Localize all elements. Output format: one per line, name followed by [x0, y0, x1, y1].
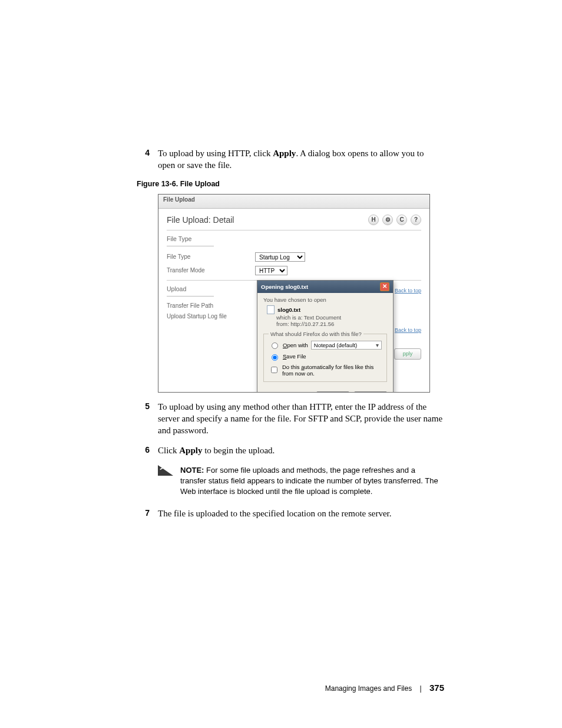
- save-file-radio[interactable]: [272, 354, 278, 361]
- transfer-mode-row: Transfer Mode HTTP: [167, 266, 421, 275]
- cancel-button[interactable]: Cancel: [354, 391, 387, 393]
- step-text: The file is uploaded to the specified lo…: [158, 508, 443, 519]
- print-icon[interactable]: ⚙: [382, 215, 393, 225]
- footer-separator: |: [420, 684, 422, 693]
- note-block: NOTE: For some file uploads and methods,…: [158, 465, 443, 498]
- dialog-from: from: http://10.27.21.56: [276, 321, 387, 327]
- dialog-filename: slog0.txt: [277, 307, 300, 313]
- dialog-which-is: which is a: Text Document: [276, 314, 387, 321]
- dialog-title: Opening slog0.txt: [261, 284, 308, 290]
- file-type-select[interactable]: Startup Log: [255, 252, 305, 262]
- step-number: 5: [137, 401, 150, 412]
- save-icon[interactable]: H: [368, 215, 379, 225]
- file-type-row: File Type Startup Log: [167, 252, 421, 262]
- page-number: 375: [429, 683, 444, 693]
- note-icon: [158, 465, 173, 476]
- help-icon[interactable]: ?: [411, 215, 421, 225]
- ok-button[interactable]: OK: [316, 391, 349, 393]
- download-dialog: Opening slog0.txt ✕ You have chosen to o…: [257, 280, 394, 393]
- note-text: NOTE: For some file uploads and methods,…: [180, 465, 443, 498]
- step-4: 4 To upload by using HTTP, click Apply. …: [137, 147, 443, 172]
- step-5: 5 To upload by using any method other th…: [137, 401, 443, 437]
- dialog-what-should: What should Firefox do with this file?: [269, 331, 363, 337]
- transfer-mode-select[interactable]: HTTP: [255, 266, 287, 275]
- detail-header: File Upload: Detail: [167, 215, 234, 225]
- dialog-chosen-text: You have chosen to open: [263, 297, 387, 303]
- auto-row: Do this automatically for files like thi…: [269, 364, 382, 377]
- back-to-top-link-2[interactable]: Back to top: [395, 327, 421, 333]
- window-title: File Upload: [158, 195, 429, 209]
- step-list: 4 To upload by using HTTP, click Apply. …: [137, 147, 443, 172]
- dialog-buttons: OK Cancel: [257, 388, 393, 393]
- screenshot-figure: File Upload File Upload: Detail H ⚙ C ? …: [158, 194, 430, 393]
- step-6: 6 Click Apply to begin the upload.: [137, 444, 443, 456]
- step-text: To upload by using HTTP, click Apply. A …: [158, 147, 443, 172]
- toolbar-icons: H ⚙ C ?: [368, 215, 421, 225]
- step-7: 7 The file is uploaded to the specified …: [137, 508, 443, 519]
- step-text: To upload by using any method other than…: [158, 401, 443, 437]
- open-with-row: OOpen withpen with Notepad (default) ▾: [269, 341, 382, 350]
- file-type-label: File Type: [167, 253, 255, 260]
- back-to-top-link-1[interactable]: Back to top: [395, 288, 421, 294]
- note-label: NOTE:: [180, 466, 206, 475]
- step-number: 4: [137, 147, 150, 159]
- chevron-down-icon: ▾: [376, 342, 379, 348]
- transfer-file-path-label: Transfer File Path: [167, 302, 255, 309]
- apply-word: Apply: [273, 149, 296, 158]
- apply-button[interactable]: pply: [394, 348, 421, 360]
- save-file-row: Save FileSave File: [269, 353, 382, 361]
- auto-checkbox[interactable]: [271, 367, 277, 373]
- auto-label: Do this automatically for files like thi…: [282, 364, 382, 377]
- file-icon: [267, 305, 275, 314]
- chapter-title: Managing Images and Files: [325, 684, 412, 693]
- detail-header-row: File Upload: Detail H ⚙ C ?: [167, 215, 421, 225]
- open-with-label: OOpen withpen with: [283, 342, 308, 348]
- step-list-cont2: 7 The file is uploaded to the specified …: [137, 508, 443, 519]
- open-with-radio[interactable]: [272, 342, 278, 349]
- figure-caption: Figure 13-6. File Upload: [137, 180, 443, 188]
- step-list-cont: 5 To upload by using any method other th…: [137, 401, 443, 457]
- step-number: 7: [137, 508, 150, 519]
- dialog-file-line: slog0.txt: [267, 305, 387, 314]
- transfer-mode-label: Transfer Mode: [167, 267, 255, 274]
- section-file-type-title: File Type: [167, 235, 421, 242]
- page-footer: Managing Images and Files | 375: [0, 683, 562, 693]
- dialog-action-fieldset: What should Firefox do with this file? O…: [263, 331, 387, 382]
- step-number: 6: [137, 444, 150, 456]
- open-with-app-dropdown[interactable]: Notepad (default) ▾: [311, 341, 382, 350]
- close-icon[interactable]: ✕: [380, 282, 389, 291]
- dialog-titlebar: Opening slog0.txt ✕: [257, 281, 393, 293]
- refresh-icon[interactable]: C: [396, 215, 407, 225]
- apply-word: Apply: [179, 446, 202, 455]
- step-text: Click Apply to begin the upload.: [158, 444, 443, 456]
- save-file-label: Save FileSave File: [283, 353, 306, 360]
